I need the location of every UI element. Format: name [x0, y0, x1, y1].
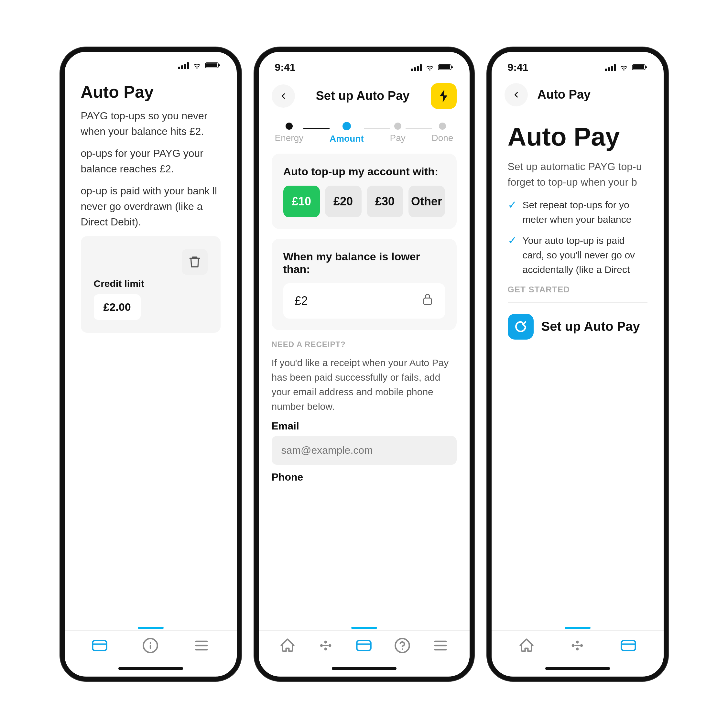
right-content-area: Auto Pay Set up automatic PAYG top-u for…: [492, 113, 664, 353]
check-list: ✓ Set repeat top-ups for yo meter when y…: [508, 197, 647, 277]
balance-card: When my balance is lower than: £2: [272, 239, 457, 330]
receipt-heading: NEED A RECEIPT?: [272, 340, 457, 349]
nav-network-right[interactable]: [569, 637, 586, 654]
left-description-bottom: op-ups for your PAYG your balance reache…: [81, 145, 220, 177]
nav-underline-left: [138, 627, 164, 629]
svg-rect-23: [621, 640, 635, 650]
amount-20-button[interactable]: £20: [325, 186, 362, 217]
check-item-2: ✓ Your auto top-up is paid card, so you'…: [508, 233, 647, 277]
credit-limit-label: Credit limit: [94, 278, 208, 289]
svg-rect-18: [645, 66, 647, 68]
progress-steps: Energy Amount Pay Done: [259, 115, 470, 147]
home-indicator-left: [118, 667, 183, 670]
balance-value: £2: [295, 294, 308, 307]
step-dot-done: [439, 122, 446, 130]
nav-item-payment-left[interactable]: [91, 637, 108, 654]
email-input[interactable]: [272, 436, 457, 465]
step-label-amount: Amount: [330, 133, 364, 144]
amount-10-button[interactable]: £10: [283, 186, 320, 217]
svg-point-12: [329, 644, 332, 647]
center-phone: 9:41 Set up: [254, 47, 474, 681]
balance-card-title: When my balance is lower than:: [283, 250, 445, 275]
center-bottom-nav: [259, 630, 470, 667]
step-pay: Pay: [390, 122, 405, 143]
email-field-group: Email: [272, 420, 457, 465]
amount-buttons: £10 £20 £30 Other: [283, 186, 445, 217]
step-line-3: [405, 128, 432, 129]
home-indicator-center: [332, 667, 396, 670]
right-header-title: Auto Pay: [537, 88, 591, 102]
left-bottom-nav: [65, 630, 237, 667]
nav-payment-right[interactable]: [620, 637, 637, 654]
step-line-2: [364, 128, 390, 129]
check-mark-1: ✓: [508, 198, 517, 211]
nav-menu-center[interactable]: [432, 637, 449, 654]
svg-rect-8: [451, 66, 453, 68]
right-page-title: Auto Pay: [508, 122, 647, 151]
step-label-pay: Pay: [390, 133, 405, 143]
delete-icon[interactable]: [182, 249, 208, 275]
setup-btn-text: Set up Auto Pay: [541, 319, 640, 334]
center-battery-icon: [438, 63, 453, 71]
center-status-bar: 9:41: [259, 52, 470, 76]
svg-point-5: [150, 642, 151, 643]
step-label-energy: Energy: [275, 133, 304, 143]
left-description-extra: op-up is paid with your bank ll never go…: [81, 183, 220, 229]
nav-network-center[interactable]: [317, 637, 334, 654]
back-button-right[interactable]: [505, 83, 528, 106]
topup-card: Auto top-up my account with: £10 £20 £30…: [272, 154, 457, 229]
nav-home-right[interactable]: [518, 637, 535, 654]
center-status-icons: [411, 63, 453, 71]
right-wifi-icon: [619, 63, 629, 71]
svg-point-21: [580, 644, 583, 647]
step-energy: Energy: [275, 122, 304, 143]
nav-underline-right: [565, 627, 590, 629]
center-signal-icon: [411, 63, 422, 71]
email-label: Email: [272, 420, 457, 432]
phone-label: Phone: [272, 471, 457, 483]
step-dot-amount: [343, 122, 351, 130]
nav-underline-center: [351, 627, 377, 629]
check-item-1: ✓ Set repeat top-ups for yo meter when y…: [508, 197, 647, 227]
amount-30-button[interactable]: £30: [367, 186, 403, 217]
center-header: Set up Auto Pay: [259, 76, 470, 115]
right-battery-icon: [632, 63, 647, 71]
right-signal-icon: [605, 63, 616, 71]
left-description-top: PAYG top-ups so you never when your bala…: [81, 108, 220, 139]
center-header-title: Set up Auto Pay: [316, 89, 410, 103]
receipt-section: NEED A RECEIPT? If you'd like a receipt …: [272, 340, 457, 483]
svg-point-19: [572, 644, 575, 647]
nav-help-center[interactable]: [394, 637, 411, 654]
signal-icon: [178, 61, 189, 69]
nav-item-help-left[interactable]: [142, 637, 159, 654]
home-indicator-right: [545, 667, 610, 670]
right-description: Set up automatic PAYG top-u forget to to…: [508, 159, 647, 190]
wifi-icon: [192, 61, 202, 69]
lock-icon: [422, 292, 433, 309]
step-label-done: Done: [432, 133, 453, 143]
check-text-1: Set repeat top-ups for yo meter when you…: [523, 197, 647, 227]
setup-autopay-button[interactable]: Set up Auto Pay: [508, 310, 647, 343]
amount-other-button[interactable]: Other: [408, 186, 445, 217]
step-amount: Amount: [330, 122, 364, 144]
svg-rect-3: [92, 640, 106, 650]
left-phone-content: Auto Pay PAYG top-ups so you never when …: [65, 72, 237, 630]
phone-field-group: Phone: [272, 471, 457, 483]
step-line-1: [303, 128, 330, 129]
check-text-2: Your auto top-up is paid card, so you'll…: [523, 233, 647, 277]
left-phone: Auto Pay PAYG top-ups so you never when …: [60, 47, 241, 681]
left-status-bar: [65, 52, 237, 72]
center-time: 9:41: [275, 61, 295, 73]
nav-payment-center[interactable]: [355, 637, 372, 654]
right-status-icons: [605, 63, 647, 71]
right-time: 9:41: [508, 61, 528, 73]
lightning-button[interactable]: [431, 83, 457, 109]
step-dot-pay: [394, 122, 401, 130]
left-phone-title: Auto Pay: [81, 82, 220, 102]
credit-card-section: Credit limit £2.00: [81, 236, 220, 333]
topup-card-title: Auto top-up my account with:: [283, 165, 445, 178]
back-button-center[interactable]: [272, 84, 295, 108]
step-dot-energy: [286, 122, 293, 130]
nav-home-center[interactable]: [279, 637, 296, 654]
nav-item-menu-left[interactable]: [193, 637, 210, 654]
